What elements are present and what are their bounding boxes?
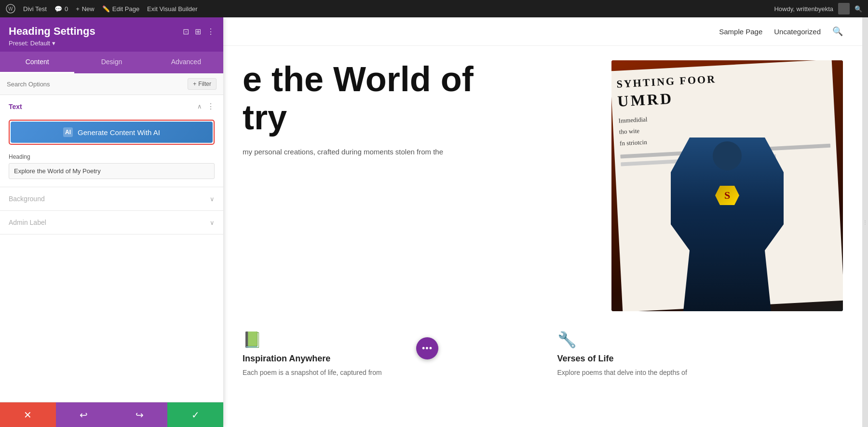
feature-verses: 🔧 Verses of Life Explore poems that delv… (557, 331, 843, 378)
feature-icon-tool: 🔧 (557, 331, 843, 349)
hero-subtext: my personal creations, crafted during mo… (243, 146, 592, 158)
ai-icon: AI (63, 127, 73, 137)
feature-desc-2: Explore poems that delve into the depths… (557, 368, 843, 378)
text-section-controls: ∧ ⋮ (197, 102, 215, 111)
comment-icon: 💬 (54, 5, 62, 13)
text-section-collapse-icon[interactable]: ∧ (197, 103, 202, 110)
exit-builder-link[interactable]: Exit Visual Builder (147, 5, 198, 13)
feature-title-1: Inspiration Anywhere (243, 354, 529, 364)
new-label: New (82, 5, 95, 13)
floating-action-button[interactable]: ••• (416, 337, 438, 359)
generate-ai-button[interactable]: AI Generate Content With AI (11, 122, 213, 143)
site-search-icon[interactable]: 🔍 (832, 26, 843, 37)
nav-uncategorized[interactable]: Uncategorized (774, 28, 821, 36)
text-section: Text ∧ ⋮ AI Generate Content With AI (0, 95, 223, 187)
feature-desc-1: Each poem is a snapshot of life, capture… (243, 368, 529, 378)
minimize-icon[interactable]: ⊡ (183, 27, 189, 36)
hero-text: e the World of try my personal creations… (243, 60, 592, 158)
ai-button-label: Generate Content With AI (78, 128, 160, 137)
panel-header: Heading Settings ⊡ ⊞ ⋮ Preset: Default ▾ (0, 17, 223, 52)
edit-page-label: Edit Page (112, 5, 139, 13)
background-section-header[interactable]: Background ∨ (0, 187, 223, 210)
hero-section: e the World of try my personal creations… (223, 46, 862, 321)
heading-field-group: Heading (0, 152, 223, 187)
hero-heading-line1: e the World of (243, 60, 474, 98)
preset-arrow: ▾ (52, 40, 55, 47)
search-input[interactable] (7, 81, 184, 88)
edit-icon: ✏️ (102, 5, 110, 13)
background-section: Background ∨ (0, 187, 223, 211)
panel-actions: ✕ ↩ ↪ ✓ (0, 402, 223, 427)
superman-figure: S (665, 138, 790, 311)
ai-button-outline: AI Generate Content With AI (9, 120, 215, 145)
more-options-icon[interactable]: ⋮ (207, 27, 215, 36)
text-section-title: Text (9, 103, 22, 110)
user-avatar[interactable] (838, 3, 850, 14)
tab-content[interactable]: Content (0, 52, 74, 73)
cancel-icon: ✕ (24, 409, 32, 421)
text-section-more-icon[interactable]: ⋮ (207, 102, 215, 111)
hero-heading: e the World of try (243, 60, 592, 137)
redo-icon: ↪ (136, 409, 144, 421)
user-greeting: Howdy, writtenbyekta (774, 5, 833, 13)
feature-title-2: Verses of Life (557, 354, 843, 364)
features-section: 📗 Inspiration Anywhere Each poem is a sn… (223, 321, 862, 387)
floating-btn-dots: ••• (422, 344, 433, 354)
split-icon[interactable]: ⊞ (195, 27, 201, 36)
background-section-title: Background (9, 195, 45, 203)
new-link[interactable]: + New (76, 5, 95, 13)
wp-logo-link[interactable]: W (6, 4, 15, 14)
admin-bar: W Divi Test 💬 0 + New ✏️ Edit Page Exit … (0, 0, 868, 17)
redo-button[interactable]: ↪ (112, 402, 168, 427)
panel-tabs: Content Design Advanced (0, 52, 223, 73)
resize-handle-indicator: ⋮ (863, 220, 868, 225)
edit-page-link[interactable]: ✏️ Edit Page (102, 5, 139, 13)
filter-label: Filter (198, 81, 211, 87)
site-name: Divi Test (23, 5, 47, 13)
heading-field-input[interactable] (9, 163, 215, 179)
undo-icon: ↩ (80, 409, 88, 421)
feature-icon-book: 📗 (243, 331, 529, 349)
hero-image: SYHTING FOOR UMRD Immedidialtho witefn s… (611, 60, 843, 311)
ai-button-wrapper: AI Generate Content With AI (0, 118, 223, 152)
filter-button[interactable]: + Filter (188, 78, 217, 90)
comments-link[interactable]: 💬 0 (54, 5, 68, 13)
tab-advanced[interactable]: Advanced (149, 52, 223, 73)
admin-label-section-title: Admin Label (9, 219, 46, 226)
cancel-button[interactable]: ✕ (0, 402, 56, 427)
svg-text:W: W (8, 6, 13, 12)
preset-label: Preset: Default (9, 40, 50, 47)
panel-content: Text ∧ ⋮ AI Generate Content With AI (0, 95, 223, 402)
hero-heading-line2: try (243, 98, 287, 137)
heading-field-label: Heading (9, 153, 215, 160)
admin-search-icon[interactable]: 🔍 (854, 5, 862, 13)
page-wrapper: Heading Settings ⊡ ⊞ ⋮ Preset: Default ▾… (0, 17, 868, 427)
admin-bar-right: Howdy, writtenbyekta 🔍 (774, 3, 862, 14)
site-name-link[interactable]: Divi Test (23, 5, 47, 13)
site-header: Sample Page Uncategorized 🔍 (223, 17, 862, 46)
new-icon: + (76, 5, 80, 13)
side-panel: Heading Settings ⊡ ⊞ ⋮ Preset: Default ▾… (0, 17, 223, 427)
save-button[interactable]: ✓ (167, 402, 223, 427)
panel-preset[interactable]: Preset: Default ▾ (9, 40, 215, 47)
feature-inspiration: 📗 Inspiration Anywhere Each poem is a sn… (243, 331, 529, 378)
save-icon: ✓ (191, 409, 200, 421)
tab-design[interactable]: Design (74, 52, 149, 73)
undo-button[interactable]: ↩ (56, 402, 112, 427)
panel-search-bar: + Filter (0, 73, 223, 95)
filter-plus-icon: + (193, 81, 196, 87)
main-content: Sample Page Uncategorized 🔍 e the World … (223, 17, 862, 427)
panel-header-icons: ⊡ ⊞ ⋮ (183, 27, 215, 36)
resize-handle[interactable]: ⋮ (862, 17, 868, 427)
nav-sample-page[interactable]: Sample Page (719, 28, 762, 36)
panel-title: Heading Settings (9, 25, 95, 38)
background-expand-icon[interactable]: ∨ (210, 195, 215, 203)
admin-label-expand-icon[interactable]: ∨ (210, 219, 215, 226)
admin-label-section-header[interactable]: Admin Label ∨ (0, 211, 223, 234)
text-section-header[interactable]: Text ∧ ⋮ (0, 95, 223, 118)
admin-label-section: Admin Label ∨ (0, 211, 223, 234)
exit-builder-label: Exit Visual Builder (147, 5, 198, 13)
comments-count: 0 (65, 5, 68, 13)
